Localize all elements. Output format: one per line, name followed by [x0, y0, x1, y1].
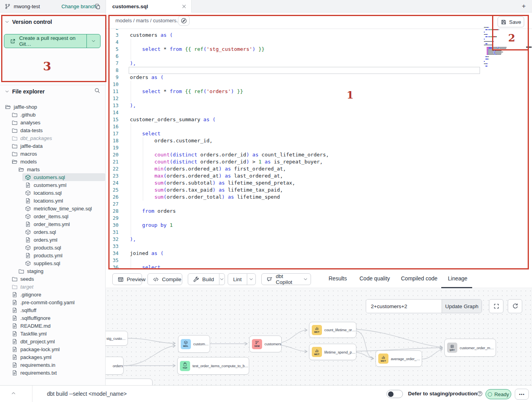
lineage-selector-input[interactable] [366, 300, 442, 313]
code-line-30[interactable]: 30 group by 1 [106, 222, 532, 229]
lineage-node-lifetime_spend_pretax[interactable]: METlifetime_spend_pretax [309, 344, 356, 360]
code-editor[interactable]: 23customers as (45 select * from {{ ref(… [106, 29, 532, 269]
file-row-.gitignore[interactable]: .gitignore [0, 291, 105, 298]
change-branch-link[interactable]: Change branch [61, 4, 96, 9]
file-row-order_items.yml[interactable]: order_items.yml [0, 220, 105, 228]
command-input[interactable]: dbt build --select <model_name> [47, 391, 127, 397]
more-options-button[interactable]: ••• [515, 389, 529, 400]
code-line-33[interactable]: 33 [106, 243, 532, 250]
lineage-panel[interactable]: stg_customersordersMDLcustomersTSTtest_o… [106, 289, 532, 385]
code-line-32[interactable]: 32), [106, 236, 532, 243]
file-explorer-header[interactable]: File explorer [5, 88, 101, 95]
file-row-analyses[interactable]: analyses [0, 118, 105, 126]
code-line-17[interactable]: 17 select [106, 130, 532, 137]
file-row-README.md[interactable]: README.md [0, 322, 105, 330]
lineage-node-count_lifetime_orders[interactable]: METcount_lifetime_orders [309, 322, 356, 338]
code-line-13[interactable]: 13), [106, 102, 532, 109]
file-row-order_items.sql[interactable]: order_items.sql [0, 212, 105, 220]
code-line-7[interactable]: 7), [106, 60, 532, 67]
create-pr-main[interactable]: Create a pull request on Git… [4, 34, 86, 48]
file-row-Taskfile.yml[interactable]: Taskfile.yml [0, 330, 105, 337]
version-control-header[interactable]: Version control [5, 19, 52, 25]
dbt-copilot-button[interactable]: dbt Copilot [261, 273, 311, 285]
code-line-6[interactable]: 6 [106, 53, 532, 60]
docs-compass-button[interactable] [178, 15, 190, 26]
code-line-5[interactable]: 5 select * from {{ ref('stg_customers') … [106, 46, 532, 53]
code-line-22[interactable]: 22 min(orders.ordered_at) as first_order… [106, 165, 532, 172]
code-line-11[interactable]: 11 select * from {{ ref('orders') }} [106, 88, 532, 95]
file-row-locations.yml[interactable]: locations.yml [0, 197, 105, 205]
file-row-package-lock.yml[interactable]: package-lock.yml [0, 345, 105, 353]
code-line-26[interactable]: 26 sum(orders.order_total) as lifetime_s… [106, 194, 532, 201]
search-icon[interactable] [94, 88, 100, 93]
code-line-27[interactable]: 27 [106, 201, 532, 208]
tab-code-quality[interactable]: Code quality [359, 275, 390, 282]
editor-tab-customers-sql[interactable]: customers.sql [106, 0, 192, 13]
file-row-jaffle-shop[interactable]: jaffle-shop [0, 103, 105, 111]
refresh-button[interactable] [508, 299, 522, 313]
dropdown-caret[interactable] [247, 274, 255, 285]
create-pr-caret[interactable] [86, 34, 100, 48]
tab-lineage[interactable]: Lineage [448, 275, 467, 282]
code-line-31[interactable]: 31 [106, 229, 532, 236]
chevron-up-icon[interactable] [11, 391, 16, 396]
file-row-dbt_packages[interactable]: dbt_packages [0, 134, 105, 142]
lineage-node-customers[interactable]: SEMcustomers [249, 336, 282, 352]
file-row-products.yml[interactable]: products.yml [0, 251, 105, 259]
file-row-macros[interactable]: macros [0, 150, 105, 158]
preview-button[interactable]: Preview [112, 273, 142, 285]
new-tab-button[interactable]: + [519, 2, 528, 11]
code-line-34[interactable]: 34joined as ( [106, 250, 532, 257]
code-line-9[interactable]: 9orders as ( [106, 74, 532, 81]
file-row-customers.yml[interactable]: customers.yml [0, 181, 105, 189]
lineage-node-customer_order_metrics[interactable]: QRYcustomer_order_metrics [444, 339, 496, 357]
file-row-data-tests[interactable]: data-tests [0, 126, 105, 134]
lint-button[interactable]: Lint [228, 273, 256, 285]
file-row-.github[interactable]: .github [0, 111, 105, 118]
file-row-orders.yml[interactable]: orders.yml [0, 236, 105, 244]
file-row-requirements.in[interactable]: requirements.in [0, 361, 105, 369]
file-row-locations.sql[interactable]: locations.sql [0, 189, 105, 197]
file-row-models[interactable]: models [0, 158, 105, 165]
minimap[interactable] [484, 26, 514, 67]
lineage-node-stg_customers[interactable]: stg_customers [106, 331, 128, 346]
code-line-10[interactable]: 10 [106, 81, 532, 88]
file-row-customers.sql[interactable]: customers.sql [0, 173, 105, 181]
file-row-marts[interactable]: marts [0, 165, 105, 173]
build-button[interactable]: Build [188, 273, 225, 285]
code-line-12[interactable]: 12 [106, 95, 532, 102]
code-line-18[interactable]: 18 orders.customer_id, [106, 137, 532, 144]
code-line-23[interactable]: 23 max(orders.ordered_at) as last_ordere… [106, 172, 532, 179]
code-line-36[interactable]: 36 select [106, 264, 532, 269]
close-tab-icon[interactable] [182, 4, 187, 9]
code-line-8[interactable]: 8 [106, 67, 532, 74]
lineage-node-average_order_value[interactable]: METaverage_order_value [376, 350, 422, 367]
file-row-metricflow_time_spine.sql[interactable]: metricflow_time_spine.sql [0, 205, 105, 212]
help-icon[interactable] [477, 391, 483, 397]
file-row-.sqlfluff[interactable]: .sqlfluff [0, 306, 105, 314]
file-row-products.sql[interactable]: products.sql [0, 244, 105, 251]
tab-compiled-code[interactable]: Compiled code [401, 275, 437, 282]
file-row-requirements.txt[interactable]: requirements.txt [0, 369, 105, 377]
tab-results[interactable]: Results [329, 275, 347, 282]
lineage-node-partial[interactable] [106, 379, 153, 385]
code-line-24[interactable]: 24 sum(orders.subtotal) as lifetime_spen… [106, 179, 532, 187]
file-row-jaffle-data[interactable]: jaffle-data [0, 142, 105, 150]
code-line-35[interactable]: 35 [106, 257, 532, 264]
file-row-.sqlfluffignore[interactable]: .sqlfluffignore [0, 314, 105, 322]
lineage-node-customers[interactable]: MDLcustomers [178, 335, 210, 353]
code-line-4[interactable]: 4 [106, 39, 532, 46]
code-line-2[interactable]: 2 [106, 29, 532, 32]
code-line-25[interactable]: 25 sum(orders.tax_paid) as lifetime_tax_… [106, 187, 532, 194]
file-row-packages.yml[interactable]: packages.yml [0, 353, 105, 361]
code-line-29[interactable]: 29 [106, 215, 532, 222]
update-graph-button[interactable]: Update Graph [442, 300, 482, 313]
code-line-3[interactable]: 3customers as ( [106, 32, 532, 39]
file-row-target[interactable]: target [0, 283, 105, 291]
lineage-node-orders[interactable]: orders [106, 357, 124, 375]
file-row-orders.sql[interactable]: orders.sql [0, 228, 105, 236]
code-line-20[interactable]: 20 count(distinct orders.order_id) as co… [106, 151, 532, 158]
defer-toggle[interactable] [386, 390, 403, 398]
copy-icon[interactable] [95, 4, 101, 9]
code-line-21[interactable]: 21 count(distinct orders.order_id) > 1 a… [106, 158, 532, 165]
